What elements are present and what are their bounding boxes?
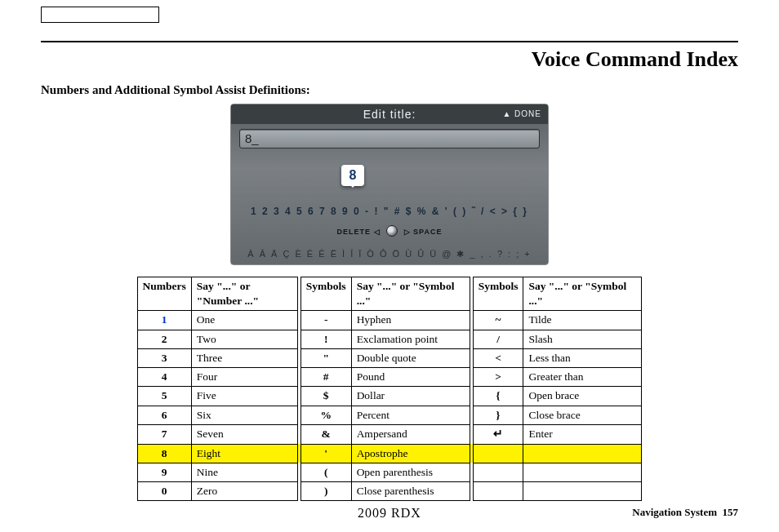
th-symbols-1: Symbols (300, 277, 351, 311)
nav-screenshot: Edit title: ▲ DONE 8_ 8 1 2 3 4 5 6 7 8 … (230, 104, 549, 265)
cell-number-say: Nine (191, 463, 297, 481)
cell-number-say: One (191, 311, 297, 330)
cell-symbol-say: Hyphen (351, 311, 470, 330)
ss-controls: DELETE ◁ ▷ SPACE (231, 225, 548, 237)
th-say-symbol-1: Say "..." or "Symbol ..." (351, 277, 470, 311)
enter-icon: ↵ (473, 424, 523, 444)
cell-symbol: - (300, 311, 351, 330)
cell-symbol-say: Percent (351, 406, 470, 424)
cell-symbol-say: Ampersand (351, 424, 470, 444)
ss-delete-label: DELETE ◁ (337, 228, 381, 236)
th-say-symbol-2: Say "..." or "Symbol ..." (523, 277, 642, 311)
cell-symbol-say: Exclamation point (351, 330, 470, 348)
cell-number: 0 (137, 482, 191, 501)
cell-symbol-say: Tilde (523, 311, 642, 330)
section-subtitle: Numbers and Additional Symbol Assist Def… (41, 83, 738, 97)
cell-symbol: / (473, 330, 523, 348)
cell-symbol: ) (300, 482, 351, 501)
cell-number-say: Six (191, 406, 297, 424)
cell-number-say: Two (191, 330, 297, 348)
cell-symbol-say: Enter (523, 424, 642, 444)
footer-right: Navigation System 157 (632, 506, 738, 519)
ss-space-label: ▷ SPACE (404, 228, 443, 236)
footer-page: 157 (723, 506, 739, 518)
cell-symbol-say: Close brace (523, 406, 642, 424)
hr-top (41, 41, 738, 42)
cell-symbol: $ (300, 387, 351, 406)
ss-joystick-icon (386, 225, 398, 237)
top-empty-box (41, 7, 159, 23)
th-say-number: Say "..." or "Number ..." (191, 277, 297, 311)
ss-alt-row: À Â Ä Ç È É Ê Ë Ì Î Ï Ò Ô Ö Ù Û Ü @ ✱ _ … (231, 249, 548, 259)
cell-symbol: { (473, 387, 523, 406)
cell-symbol: ~ (473, 311, 523, 330)
th-numbers: Numbers (137, 277, 191, 311)
cell-number: 2 (137, 330, 191, 348)
cell-symbol-say: Close parenthesis (351, 482, 470, 501)
cell-number-say: Seven (191, 424, 297, 444)
ss-char-row: 1 2 3 4 5 6 7 8 9 0 - ! " # $ % & ' ( ) … (231, 206, 548, 217)
cell-symbol: # (300, 368, 351, 387)
cell-number-say: Zero (191, 482, 297, 501)
cell-symbol-say: Pound (351, 368, 470, 387)
cell-symbol: % (300, 406, 351, 424)
cell-number: 1 (137, 311, 191, 330)
cell-number-say: Three (191, 348, 297, 367)
cell-number: 7 (137, 424, 191, 444)
cell-number: 3 (137, 348, 191, 367)
cell-symbol: ! (300, 330, 351, 348)
footer-label: Navigation System (632, 506, 717, 518)
cell-number: 6 (137, 406, 191, 424)
cell-number-say: Five (191, 387, 297, 406)
cell-number-say: Four (191, 368, 297, 387)
cell-symbol-say: Less than (523, 348, 642, 367)
cell-number: 9 (137, 463, 191, 481)
cell-symbol: & (300, 424, 351, 444)
cell-number: 8 (137, 444, 191, 463)
cell-symbol: > (473, 368, 523, 387)
cell-symbol-say: Dollar (351, 387, 470, 406)
cell-symbol: } (473, 406, 523, 424)
cell-number-say: Eight (191, 444, 297, 463)
cell-symbol-say: Apostrophe (351, 444, 470, 463)
cell-number: 4 (137, 368, 191, 387)
definitions-table: Numbers Say "..." or "Number ..." Symbol… (137, 277, 643, 501)
cell-symbol: ' (300, 444, 351, 463)
cell-symbol-say: Open parenthesis (351, 463, 470, 481)
cell-symbol-say: Open brace (523, 387, 642, 406)
cell-symbol-say: Double quote (351, 348, 470, 367)
cell-symbol-say: Greater than (523, 368, 642, 387)
footer: 2009 RDX Navigation System 157 (0, 506, 779, 521)
th-symbols-2: Symbols (473, 277, 523, 311)
cell-number: 5 (137, 387, 191, 406)
cell-symbol: " (300, 348, 351, 367)
cell-symbol-say: Slash (523, 330, 642, 348)
page-title: Voice Command Index (41, 47, 738, 72)
cell-symbol: < (473, 348, 523, 367)
cell-symbol: ( (300, 463, 351, 481)
